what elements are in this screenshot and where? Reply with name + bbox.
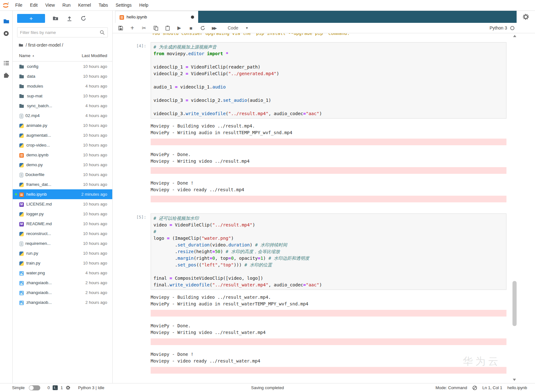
file-row[interactable]: hello.ipynb2 minutes ago <box>13 189 112 199</box>
markdown-file-icon <box>19 222 24 226</box>
file-row[interactable]: train.py10 hours ago <box>13 258 112 268</box>
file-modified: 2 hours ago <box>85 300 107 305</box>
settings-gear-icon[interactable] <box>522 13 529 20</box>
statusbar-filename: hello.ipynb <box>507 385 527 390</box>
insert-cell-icon[interactable]: + <box>129 25 135 31</box>
file-row[interactable]: zhangxiaob...2 hours ago <box>13 288 112 297</box>
file-name: demo.py <box>26 162 80 167</box>
stream-output: Moviepy - Done !Moviepy - video ready ..… <box>151 351 506 364</box>
new-folder-icon[interactable] <box>52 15 59 22</box>
code-input[interactable]: # 为生成的视频加上源视频声音from moviepy.editor impor… <box>151 42 506 119</box>
file-name: zhangxiaob... <box>26 300 82 305</box>
extension-manager-icon[interactable] <box>0 69 12 81</box>
file-row[interactable]: data10 hours ago <box>13 71 112 81</box>
menu-run[interactable]: Run <box>59 0 75 10</box>
terminals-count[interactable]: 0 <box>48 385 50 390</box>
interrupt-kernel-icon[interactable]: ■ <box>188 25 194 31</box>
markdown-file-icon <box>19 202 24 207</box>
menu-kernel[interactable]: Kernel <box>74 0 95 10</box>
file-row[interactable]: demo.ipynb10 hours ago <box>13 150 112 160</box>
running-sessions-icon[interactable] <box>0 27 12 39</box>
kernel-status-idle-icon[interactable] <box>510 26 514 30</box>
restart-run-all-icon[interactable]: ▶▶ <box>212 25 217 31</box>
stream-output: MoviePy - Done.Moviepy - Writing video .… <box>151 323 506 336</box>
stream-output: Moviepy - Building video ../result.mp4.M… <box>151 123 506 136</box>
file-modified: 10 hours ago <box>83 162 107 167</box>
file-row[interactable]: README.md10 hours ago <box>13 219 112 229</box>
file-row[interactable]: LICENSE.md10 hours ago <box>13 199 112 209</box>
file-row[interactable]: config10 hours ago <box>13 62 112 71</box>
tab-hello-ipynb[interactable]: hello.ipynb <box>115 11 198 23</box>
menu-help[interactable]: Help <box>135 0 152 10</box>
upload-icon[interactable] <box>66 15 73 22</box>
notification-icon[interactable] <box>472 385 477 390</box>
file-row[interactable]: demo.py10 hours ago <box>13 160 112 170</box>
cell-collapser[interactable] <box>115 42 117 208</box>
file-name: modules <box>27 84 82 88</box>
file-row[interactable]: 02.mp44 hours ago <box>13 111 112 121</box>
file-row[interactable]: sup-mat10 hours ago <box>13 91 112 101</box>
file-row[interactable]: crop-video...10 hours ago <box>13 140 112 150</box>
simple-mode-label: Simple <box>12 385 25 390</box>
python-file-icon <box>19 143 24 148</box>
file-row[interactable]: animate.py10 hours ago <box>13 121 112 130</box>
file-name: zhangxiaob... <box>26 280 82 285</box>
notebook-scroll-region[interactable]: You should consider upgrading via the 'p… <box>113 33 506 383</box>
cut-cells-icon[interactable]: ✂ <box>141 25 147 31</box>
scroll-down-icon[interactable] <box>513 379 516 381</box>
search-icon <box>100 30 105 35</box>
file-row[interactable]: sync_batch...4 hours ago <box>13 101 112 111</box>
file-row[interactable]: reconstruct...10 hours ago <box>13 229 112 238</box>
save-icon[interactable] <box>118 25 123 31</box>
file-browser-icon[interactable] <box>0 15 12 27</box>
kernel-status-text[interactable]: Python 3 | Idle <box>78 385 104 390</box>
progress-bar-output <box>151 196 506 202</box>
paste-cells-icon[interactable] <box>165 25 170 31</box>
scrollbar-thumb[interactable] <box>512 281 517 326</box>
kernels-count[interactable]: 1 <box>61 385 63 390</box>
command-mode-indicator[interactable]: Mode: Command <box>435 385 467 390</box>
kernel-name-button[interactable]: Python 3 <box>490 25 507 30</box>
file-row[interactable]: augmentati...10 hours ago <box>13 130 112 140</box>
menu-tabs[interactable]: Tabs <box>95 0 112 10</box>
filter-files-input[interactable] <box>20 30 100 35</box>
file-name: requiremen... <box>25 241 80 246</box>
breadcrumb[interactable]: / first-order-model / <box>13 40 112 50</box>
file-row[interactable]: Dockerfile10 hours ago <box>13 170 112 180</box>
file-name: augmentati... <box>26 133 80 138</box>
column-last-modified[interactable]: Last Modified <box>82 53 107 58</box>
tab-dirty-close-icon[interactable] <box>191 16 194 19</box>
refresh-icon[interactable] <box>80 15 87 22</box>
file-row[interactable]: zhangxiaob...2 hours ago <box>13 297 112 307</box>
file-row[interactable]: logger.py10 hours ago <box>13 209 112 219</box>
filter-box <box>17 27 108 37</box>
image-file-icon <box>19 291 24 295</box>
cursor-position[interactable]: Ln 1, Col 1 <box>482 385 502 390</box>
tab-title: hello.ipynb <box>127 15 147 19</box>
file-name: 02.mp4 <box>25 113 82 118</box>
scroll-up-icon[interactable] <box>513 35 516 37</box>
file-row[interactable]: zhangxiaob...2 hours ago <box>13 278 112 288</box>
simple-mode-toggle[interactable] <box>29 385 40 390</box>
notebook-scrollbar[interactable] <box>512 34 517 382</box>
menu-settings[interactable]: Settings <box>112 0 136 10</box>
menu-view[interactable]: View <box>42 0 59 10</box>
file-row[interactable]: frames_dat...10 hours ago <box>13 180 112 189</box>
file-row[interactable]: requiremen...10 hours ago <box>13 238 112 248</box>
copy-cells-icon[interactable] <box>153 25 159 31</box>
menu-file[interactable]: File <box>11 0 26 10</box>
run-icon[interactable]: ▶ <box>176 25 182 31</box>
cell-type-dropdown[interactable]: Code ▾ <box>228 25 248 30</box>
file-list: config10 hours agodata10 hours agomodule… <box>13 62 112 307</box>
new-launcher-button[interactable]: + <box>17 14 45 23</box>
menu-edit[interactable]: Edit <box>26 0 42 10</box>
cell-collapser[interactable] <box>115 213 117 380</box>
restart-kernel-icon[interactable] <box>200 25 206 31</box>
code-input[interactable]: # 还可以给视频加水印video = VideoFileClip("../res… <box>151 213 506 290</box>
file-row[interactable]: run.py10 hours ago <box>13 248 112 258</box>
file-row[interactable]: modules4 hours ago <box>13 81 112 91</box>
file-name: LICENSE.md <box>26 202 80 206</box>
file-row[interactable]: water.png4 hours ago <box>13 268 112 278</box>
table-of-contents-icon[interactable] <box>0 57 12 69</box>
column-name[interactable]: Name ▲ <box>19 53 82 58</box>
